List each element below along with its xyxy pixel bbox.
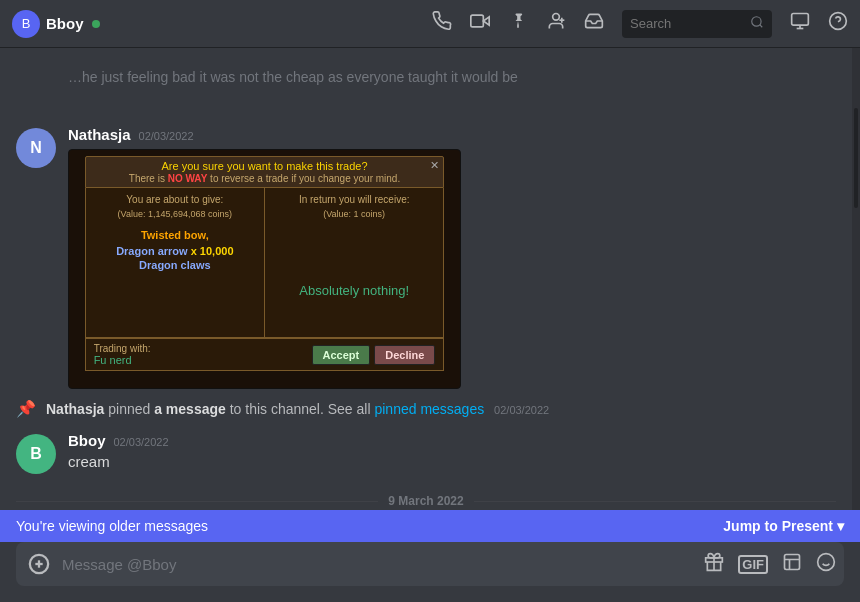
divider-line: [16, 501, 378, 502]
header-icons: [432, 10, 848, 38]
main: …he just feeling bad it was not the chea…: [0, 48, 860, 510]
divider-line-right: [474, 501, 836, 502]
message-group: …he just feeling bad it was not the chea…: [0, 64, 852, 118]
system-message-pinned: 📌 Nathasja pinned a message to this chan…: [0, 393, 852, 424]
system-action: pinned: [108, 401, 154, 417]
close-icon: ✕: [430, 159, 439, 172]
message-text-bboy: cream: [68, 451, 836, 472]
system-username: Nathasja: [46, 401, 104, 417]
decline-button[interactable]: Decline: [374, 345, 435, 365]
header: B Bboy: [0, 0, 860, 48]
pin-icon[interactable]: [508, 11, 528, 36]
timestamp-bboy: 02/03/2022: [114, 436, 169, 448]
avatar: N: [16, 128, 56, 168]
item2-qty: x 10,000: [188, 245, 234, 257]
date-divider-text: 9 March 2022: [388, 494, 463, 508]
system-action2: to this channel. See all: [230, 401, 375, 417]
trading-with: Trading with: Fu nerd: [94, 343, 151, 366]
trading-with-label: Trading with:: [94, 343, 151, 354]
svg-point-2: [553, 14, 560, 21]
help-icon[interactable]: [828, 11, 848, 36]
scroll-thumb: [854, 108, 858, 208]
channel-icon: B: [12, 10, 40, 38]
channel-name: Bboy: [46, 15, 84, 32]
dialog-subtitle: There is NO WAY to reverse a trade if yo…: [129, 173, 400, 184]
no-way-text: NO WAY: [168, 173, 208, 184]
avatar-bboy: B: [16, 434, 56, 474]
chevron-down-icon: ▾: [837, 518, 844, 534]
system-timestamp: 02/03/2022: [494, 404, 549, 416]
video-icon[interactable]: [470, 11, 490, 36]
input-container: GIF: [16, 542, 844, 586]
dialog-footer: Trading with: Fu nerd Accept Decline: [85, 338, 445, 371]
jump-label: Jump to Present: [723, 518, 833, 534]
message-header: Nathasja 02/03/2022: [68, 126, 836, 143]
username-bboy: Bboy: [68, 432, 106, 449]
trade-left-value: (Value: 1,145,694,068 coins): [92, 209, 258, 219]
accept-button[interactable]: Accept: [312, 345, 371, 365]
item1-name: Twisted bow,: [92, 229, 258, 241]
game-dialog: Are you sure you want to make this trade…: [69, 150, 460, 388]
message-input-area: GIF: [0, 542, 860, 602]
message-header-bboy: Bboy 02/03/2022: [68, 432, 836, 449]
input-icons: GIF: [704, 552, 836, 577]
item2-row: Dragon arrow x 10,000: [92, 241, 258, 259]
header-left: B Bboy: [12, 10, 100, 38]
svg-line-6: [760, 25, 763, 28]
sticker-icon[interactable]: [782, 552, 802, 577]
gif-icon[interactable]: GIF: [738, 555, 768, 574]
trade-buttons: Accept Decline: [312, 345, 436, 365]
search-bar[interactable]: [622, 10, 772, 38]
add-attachment-button[interactable]: [24, 549, 54, 579]
item3-name: Dragon claws: [92, 259, 258, 271]
dialog-title-bar: Are you sure you want to make this trade…: [85, 156, 445, 188]
call-icon[interactable]: [432, 11, 452, 36]
system-bold: a message: [154, 401, 226, 417]
online-indicator: [92, 20, 100, 28]
username: Nathasja: [68, 126, 131, 143]
message-group-nathasja: N Nathasja 02/03/2022 Are you sure you w…: [0, 118, 852, 393]
older-messages-text: You're viewing older messages: [16, 518, 208, 534]
dialog-body: You are about to give: (Value: 1,145,694…: [85, 188, 445, 338]
search-icon: [750, 15, 764, 32]
prev-message-text: …he just feeling bad it was not the chea…: [68, 68, 836, 88]
timestamp: 02/03/2022: [139, 130, 194, 142]
date-divider: 9 March 2022: [0, 478, 852, 510]
trade-left: You are about to give: (Value: 1,145,694…: [86, 188, 265, 337]
trade-right-items: Absolutely nothing!: [271, 219, 437, 331]
trade-right-label: In return you will receive:: [271, 194, 437, 205]
add-member-icon[interactable]: [546, 11, 566, 36]
threads-icon[interactable]: [790, 11, 810, 36]
game-screenshot: Are you sure you want to make this trade…: [68, 149, 461, 389]
trade-left-label: You are about to give:: [92, 194, 258, 205]
scrollbar[interactable]: [852, 48, 860, 510]
older-messages-bar: You're viewing older messages Jump to Pr…: [0, 510, 860, 542]
svg-rect-1: [471, 15, 484, 27]
message-content-nathasja: Nathasja 02/03/2022 Are you sure you wan…: [68, 126, 836, 389]
message-content: …he just feeling bad it was not the chea…: [68, 68, 836, 110]
message-input[interactable]: [62, 556, 696, 573]
inbox-icon[interactable]: [584, 11, 604, 36]
item2-name: Dragon arrow: [116, 245, 188, 257]
search-input[interactable]: [630, 16, 744, 31]
nothing-text: Absolutely nothing!: [299, 283, 409, 298]
pin-system-icon: 📌: [16, 399, 36, 418]
svg-rect-17: [785, 554, 800, 569]
dialog-title-text: Are you sure you want to make this trade…: [161, 160, 367, 172]
message-content-bboy: Bboy 02/03/2022 cream: [68, 432, 836, 472]
messages-area[interactable]: …he just feeling bad it was not the chea…: [0, 48, 852, 510]
pinned-messages-link[interactable]: pinned messages: [374, 401, 484, 417]
svg-point-5: [752, 17, 761, 26]
trading-with-name: Fu nerd: [94, 354, 151, 366]
svg-rect-7: [792, 14, 809, 26]
jump-to-present-button[interactable]: Jump to Present ▾: [723, 518, 844, 534]
svg-point-18: [818, 553, 835, 570]
system-text: Nathasja pinned a message to this channe…: [46, 401, 549, 417]
trade-right: In return you will receive: (Value: 1 co…: [265, 188, 443, 337]
message-group-bboy: B Bboy 02/03/2022 cream: [0, 424, 852, 478]
gift-icon[interactable]: [704, 552, 724, 577]
trade-right-value: (Value: 1 coins): [271, 209, 437, 219]
svg-marker-0: [483, 17, 489, 25]
emoji-icon[interactable]: [816, 552, 836, 577]
